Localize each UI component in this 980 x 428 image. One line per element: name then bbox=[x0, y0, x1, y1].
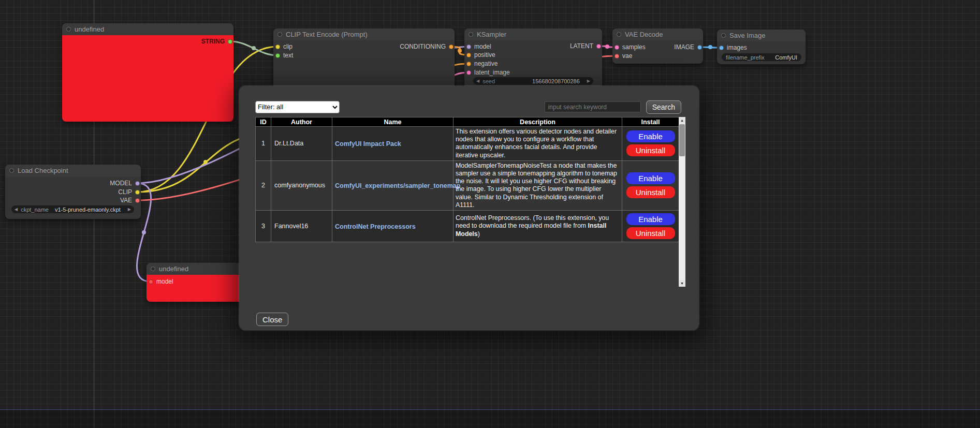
collapse-dot[interactable] bbox=[617, 32, 621, 37]
close-button[interactable]: Close bbox=[256, 313, 288, 326]
cell-install: EnableUninstall bbox=[622, 127, 679, 161]
slot-label: positive bbox=[474, 51, 495, 58]
slot-label: CLIP bbox=[118, 188, 132, 196]
collapse-dot[interactable] bbox=[66, 27, 71, 32]
filter-select[interactable]: Filter: all bbox=[255, 101, 340, 113]
output-slot-image: IMAGE bbox=[674, 43, 702, 51]
node-title: Save Image bbox=[729, 32, 765, 39]
collapse-dot[interactable] bbox=[151, 267, 155, 271]
uninstall-button[interactable]: Uninstall bbox=[626, 186, 675, 198]
input-slot-images: images bbox=[719, 44, 747, 51]
input-dot-images[interactable] bbox=[719, 46, 724, 50]
node-undefined-top[interactable]: undefined STRING bbox=[62, 23, 233, 122]
node-title: VAE Decode bbox=[625, 31, 663, 38]
seed-widget[interactable]: ◀ seed 156680208700286 ▶ bbox=[473, 77, 593, 85]
input-dot-model[interactable] bbox=[466, 45, 471, 49]
output-dot-latent[interactable] bbox=[596, 44, 601, 49]
node-ksampler[interactable]: KSampler model positive negative latent_… bbox=[464, 28, 602, 93]
collapse-dot[interactable] bbox=[469, 32, 473, 37]
cell-description: ControlNet Preprocessors. (To use this e… bbox=[454, 211, 622, 242]
enable-button[interactable]: Enable bbox=[626, 172, 675, 184]
search-input[interactable] bbox=[545, 101, 641, 112]
widget-right-arrow-icon[interactable]: ▶ bbox=[125, 207, 134, 212]
output-dot-image[interactable] bbox=[697, 45, 702, 50]
slot-label: IMAGE bbox=[674, 43, 694, 51]
widget-right-arrow-icon[interactable]: ▶ bbox=[584, 79, 593, 83]
cell-author: Dr.Lt.Data bbox=[271, 127, 332, 161]
collapse-dot[interactable] bbox=[9, 168, 14, 173]
col-header-description: Description bbox=[454, 117, 622, 127]
comfyui-canvas[interactable]: { "canvas": { "nodes": { "undefined_top"… bbox=[0, 0, 980, 428]
node-body[interactable]: images filename_prefix ComfyUI bbox=[717, 41, 806, 64]
extensions-table: ID Author Name Description Install 1Dr.L… bbox=[255, 117, 679, 242]
node-body[interactable]: MODEL CLIP VAE ◀ ckpt_name v1-5-pruned-e… bbox=[5, 176, 141, 219]
output-slot-conditioning: CONDITIONING bbox=[400, 43, 454, 50]
widget-value: 156680208700286 bbox=[532, 78, 580, 84]
slot-label: CONDITIONING bbox=[400, 43, 446, 50]
node-body[interactable]: model positive negative latent_image LAT… bbox=[464, 40, 602, 93]
uninstall-button[interactable]: Uninstall bbox=[626, 227, 675, 239]
slot-label: model bbox=[156, 278, 173, 285]
output-dot-vae[interactable] bbox=[135, 198, 140, 203]
node-title: CLIP Text Encode (Prompt) bbox=[286, 31, 368, 38]
table-scrollbar[interactable]: ▲ ▼ bbox=[679, 117, 685, 287]
dialog-toolbar: Filter: all Search bbox=[255, 100, 685, 114]
enable-button[interactable]: Enable bbox=[626, 213, 675, 225]
filename-prefix-widget[interactable]: filename_prefix ComfyUI bbox=[722, 53, 801, 61]
output-dot-clip[interactable] bbox=[135, 190, 140, 195]
slot-label: MODEL bbox=[110, 180, 132, 187]
input-slot-text: text bbox=[275, 52, 293, 59]
output-dot-conditioning[interactable] bbox=[449, 45, 454, 49]
output-slot-model: MODEL bbox=[110, 180, 140, 187]
scroll-up-icon[interactable]: ▲ bbox=[679, 117, 685, 124]
ckpt-name-widget[interactable]: ◀ ckpt_name v1-5-pruned-emaonly.ckpt ▶ bbox=[11, 205, 134, 213]
node-title: KSampler bbox=[477, 31, 506, 38]
col-header-author: Author bbox=[271, 117, 332, 127]
node-title-bar[interactable]: CLIP Text Encode (Prompt) bbox=[273, 28, 455, 40]
input-dot-text[interactable] bbox=[275, 53, 280, 58]
search-button[interactable]: Search bbox=[646, 100, 681, 114]
extension-link[interactable]: ComfyUI Impact Pack bbox=[335, 140, 401, 147]
cell-id: 3 bbox=[256, 211, 271, 242]
node-title-bar[interactable]: Load Checkpoint bbox=[5, 165, 141, 176]
collapse-dot[interactable] bbox=[721, 33, 726, 38]
enable-button[interactable]: Enable bbox=[626, 130, 675, 142]
node-vae-decode[interactable]: VAE Decode samples vae IMAGE bbox=[612, 28, 703, 64]
widget-left-arrow-icon[interactable]: ◀ bbox=[473, 79, 482, 83]
scrollbar-thumb[interactable] bbox=[679, 124, 685, 156]
cell-install: EnableUninstall bbox=[622, 211, 679, 242]
widget-value: v1-5-pruned-emaonly.ckpt bbox=[55, 206, 121, 213]
output-slot-clip: CLIP bbox=[118, 188, 140, 196]
node-save-image[interactable]: Save Image images filename_prefix ComfyU… bbox=[717, 29, 806, 64]
cell-description: This extension offers various detector n… bbox=[454, 127, 622, 161]
collapse-dot[interactable] bbox=[277, 32, 282, 37]
extension-link[interactable]: ControlNet Preprocessors bbox=[335, 223, 416, 230]
input-dot-model[interactable] bbox=[149, 279, 153, 284]
output-slot-string: STRING bbox=[201, 38, 232, 45]
slot-label: VAE bbox=[120, 197, 132, 204]
node-title-bar[interactable]: Save Image bbox=[717, 29, 806, 41]
extension-link[interactable]: ComfyUI_experiments/sampler_tonemap bbox=[335, 182, 460, 189]
cell-description: ModelSamplerTonemapNoiseTest a node that… bbox=[454, 160, 622, 210]
input-dot-vae[interactable] bbox=[615, 54, 619, 58]
node-load-checkpoint[interactable]: Load Checkpoint MODEL CLIP VAE ◀ ckpt_na… bbox=[5, 165, 141, 219]
node-title-bar[interactable]: VAE Decode bbox=[612, 28, 703, 40]
uninstall-button[interactable]: Uninstall bbox=[626, 144, 675, 156]
node-title-bar[interactable]: KSampler bbox=[464, 28, 602, 40]
output-dot-string[interactable] bbox=[228, 39, 232, 44]
cell-id: 1 bbox=[256, 127, 271, 161]
widget-value: ComfyUI bbox=[775, 54, 797, 61]
scroll-down-icon[interactable]: ▼ bbox=[679, 280, 685, 287]
input-dot-clip[interactable] bbox=[275, 45, 280, 49]
node-error-body[interactable]: STRING bbox=[62, 35, 233, 122]
cell-id: 2 bbox=[256, 160, 271, 210]
output-dot-model[interactable] bbox=[135, 181, 140, 186]
node-title: undefined bbox=[75, 25, 104, 33]
input-dot-latent-image[interactable] bbox=[466, 70, 471, 75]
node-body[interactable]: samples vae IMAGE bbox=[612, 40, 703, 64]
node-title-bar[interactable]: undefined bbox=[62, 23, 233, 35]
widget-left-arrow-icon[interactable]: ◀ bbox=[11, 207, 21, 212]
input-dot-positive[interactable] bbox=[466, 53, 471, 57]
input-dot-negative[interactable] bbox=[466, 62, 471, 66]
input-dot-samples[interactable] bbox=[615, 45, 619, 50]
